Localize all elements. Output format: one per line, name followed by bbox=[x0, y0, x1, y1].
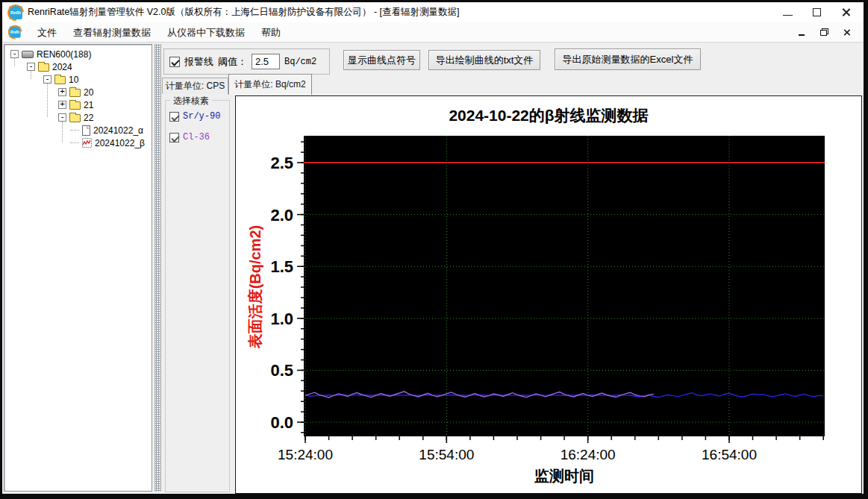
folder-icon bbox=[54, 76, 66, 84]
tree-expander-icon[interactable]: - bbox=[10, 50, 19, 58]
show-curve-points-button[interactable]: 显示曲线点符号 bbox=[343, 50, 420, 70]
folder-icon bbox=[69, 114, 81, 122]
mdi-close-icon[interactable] bbox=[841, 27, 852, 37]
tree-item-label: 20241022_β bbox=[95, 138, 145, 148]
plot-area bbox=[304, 136, 825, 436]
device-tree: -REN600(188)-2024-10+20+21-2220241022_α2… bbox=[4, 44, 152, 492]
menu-item-3[interactable]: 帮助 bbox=[253, 24, 289, 41]
tree-item-22[interactable]: -22 bbox=[58, 111, 152, 124]
mdi-minimize-icon[interactable] bbox=[796, 27, 807, 37]
tab-unit-bqcm2[interactable]: 计量单位: Bq/cm2 bbox=[228, 74, 312, 95]
tree-expander-icon[interactable]: + bbox=[58, 101, 66, 109]
tree-item-21[interactable]: +21 bbox=[58, 98, 152, 111]
folder-icon bbox=[69, 101, 81, 110]
tree-item-label: 20241022_α bbox=[93, 125, 143, 136]
svg-text:1.0: 1.0 bbox=[270, 310, 293, 328]
nuclide-checkbox[interactable] bbox=[169, 112, 179, 122]
threshold-label: 阈值： bbox=[218, 55, 247, 69]
title-bar: RenriRate辐射剂量管理软件 V2.0版（版权所有：上海仁日辐射防护设备有… bbox=[2, 2, 864, 22]
svg-text:0.0: 0.0 bbox=[270, 413, 293, 432]
folder-icon bbox=[38, 63, 49, 72]
tree-item-label: 2024 bbox=[52, 62, 72, 72]
export-excel-button[interactable]: 导出原始测量数据的Excel文件 bbox=[555, 48, 701, 70]
mdi-child-icon[interactable] bbox=[9, 26, 20, 37]
svg-text:2.5: 2.5 bbox=[270, 154, 293, 172]
minimize-icon[interactable] bbox=[782, 7, 793, 18]
svg-text:16:54:00: 16:54:00 bbox=[702, 447, 757, 462]
folder-icon bbox=[69, 89, 81, 97]
threshold-unit: Bq/cm2 bbox=[284, 57, 316, 67]
menu-item-0[interactable]: 文件 bbox=[29, 24, 65, 41]
export-txt-button[interactable]: 导出绘制曲线的txt文件 bbox=[428, 50, 540, 70]
app-window: RenriRate辐射剂量管理软件 V2.0版（版权所有：上海仁日辐射防护设备有… bbox=[0, 0, 868, 499]
close-icon[interactable] bbox=[840, 7, 851, 18]
tree-item-10[interactable]: -10 bbox=[43, 73, 152, 86]
tree-expander-icon[interactable]: + bbox=[58, 88, 66, 96]
svg-text:0.5: 0.5 bbox=[270, 361, 293, 380]
chart-panel: 2024-10-22的β射线监测数据 0.00.51.01.52.02.515:… bbox=[235, 95, 862, 494]
svg-text:1.5: 1.5 bbox=[270, 257, 293, 276]
svg-text:2.0: 2.0 bbox=[270, 206, 293, 225]
nuclide-panel-title: 选择核素 bbox=[170, 95, 212, 107]
tree-item-20241022_α[interactable]: 20241022_α bbox=[70, 124, 152, 136]
beta-curve-file-icon bbox=[82, 138, 92, 148]
tree-guide bbox=[62, 122, 63, 142]
alarm-line-checkbox[interactable] bbox=[169, 57, 180, 67]
document-file-icon bbox=[82, 125, 90, 136]
nuclide-row-Sr/y-90: Sr/y-90 bbox=[169, 111, 229, 122]
menu-item-2[interactable]: 从仪器中下载数据 bbox=[159, 24, 253, 41]
y-axis-title: 表面活度(Bq/cm2) bbox=[246, 194, 266, 380]
tree-expander-icon[interactable]: - bbox=[27, 63, 35, 71]
window-title: RenriRate辐射剂量管理软件 V2.0版（版权所有：上海仁日辐射防护设备有… bbox=[28, 6, 460, 19]
tree-expander-icon[interactable]: - bbox=[43, 75, 51, 84]
nuclide-panel: 选择核素 Sr/y-90Cl-36 bbox=[165, 100, 230, 492]
tree-item-label: 21 bbox=[84, 100, 93, 110]
tree-connector bbox=[70, 142, 79, 143]
svg-text:16:24:00: 16:24:00 bbox=[561, 447, 616, 462]
nuclide-row-Cl-36: Cl-36 bbox=[169, 132, 229, 142]
chart-canvas: 0.00.51.01.52.02.515:24:0015:54:0016:24:… bbox=[236, 96, 861, 493]
svg-text:15:54:00: 15:54:00 bbox=[419, 447, 474, 462]
menu-bar: 文件查看辐射测量数据从仪器中下载数据帮助 bbox=[2, 22, 864, 43]
tree-guide bbox=[47, 84, 48, 117]
tree-item-20[interactable]: +20 bbox=[58, 86, 152, 98]
nuclide-label: Sr/y-90 bbox=[183, 111, 220, 122]
tree-expander-icon[interactable]: - bbox=[58, 113, 66, 122]
nuclide-checkbox[interactable] bbox=[169, 133, 179, 142]
tree-item-label: REN600(188) bbox=[37, 49, 91, 60]
tree-item-REN600(188)[interactable]: -REN600(188) bbox=[10, 48, 152, 60]
tree-connector bbox=[70, 130, 79, 131]
device-icon bbox=[22, 51, 34, 58]
tree-item-label: 10 bbox=[69, 75, 78, 85]
nuclide-label: Cl-36 bbox=[183, 132, 210, 142]
alarm-line-group: 报警线 阈值： Bq/cm2 bbox=[163, 48, 330, 75]
tab-unit-cps[interactable]: 计量单位: CPS bbox=[162, 78, 228, 94]
mdi-restore-icon[interactable] bbox=[819, 27, 829, 37]
alarm-line-label: 报警线 bbox=[184, 55, 213, 69]
panel-splitter[interactable] bbox=[154, 44, 161, 492]
menu-item-1[interactable]: 查看辐射测量数据 bbox=[65, 24, 159, 41]
tree-item-label: 22 bbox=[84, 113, 93, 123]
tree-item-2024[interactable]: -2024 bbox=[27, 60, 152, 73]
app-logo-icon bbox=[9, 6, 22, 19]
tree-item-20241022_β[interactable]: 20241022_β bbox=[70, 136, 152, 149]
maximize-icon[interactable] bbox=[811, 7, 822, 18]
svg-text:15:24:00: 15:24:00 bbox=[278, 447, 333, 462]
threshold-input[interactable] bbox=[252, 54, 280, 69]
x-axis-title: 监测时间 bbox=[304, 466, 825, 486]
tree-item-label: 20 bbox=[84, 87, 93, 98]
